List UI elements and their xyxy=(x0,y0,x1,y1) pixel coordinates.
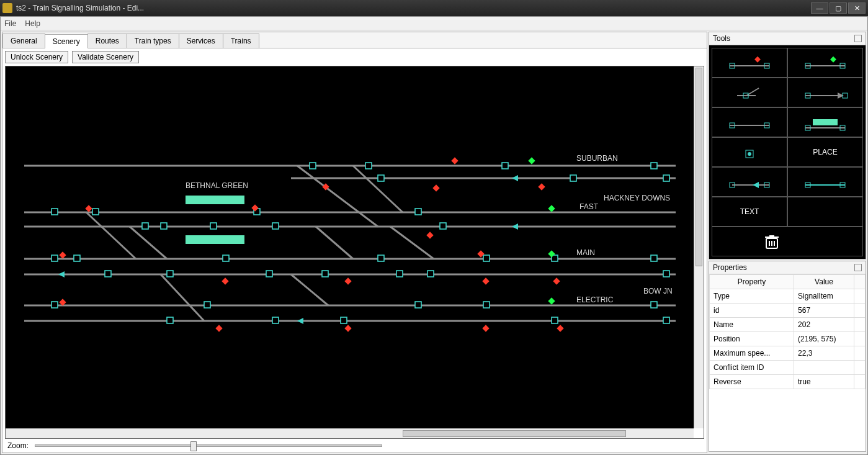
svg-point-107 xyxy=(748,152,751,156)
tab-routes[interactable]: Routes xyxy=(87,34,127,48)
svg-rect-36 xyxy=(105,271,111,277)
tool-line[interactable] xyxy=(712,107,787,137)
svg-rect-42 xyxy=(396,271,403,277)
tool-point[interactable] xyxy=(712,78,787,107)
svg-rect-31 xyxy=(570,175,576,181)
tool-node[interactable] xyxy=(712,137,787,167)
svg-rect-43 xyxy=(427,271,434,277)
svg-line-9 xyxy=(130,227,167,259)
svg-line-15 xyxy=(291,274,328,305)
label-main: MAIN xyxy=(576,248,595,257)
properties-table[interactable]: Property Value TypeSignalItem id567 Name… xyxy=(709,274,866,389)
svg-rect-41 xyxy=(378,255,384,261)
vertical-scrollbar[interactable] xyxy=(694,66,704,428)
svg-rect-71 xyxy=(482,277,489,284)
properties-col-value: Value xyxy=(794,275,854,289)
tools-popout-icon[interactable] xyxy=(854,35,862,42)
svg-rect-52 xyxy=(341,317,347,323)
svg-rect-49 xyxy=(167,317,173,323)
menu-help[interactable]: Help xyxy=(25,19,40,28)
minimize-button[interactable]: — xyxy=(811,2,828,14)
svg-rect-40 xyxy=(322,271,328,277)
svg-rect-53 xyxy=(415,302,421,308)
svg-rect-67 xyxy=(221,277,228,284)
svg-rect-75 xyxy=(215,325,222,331)
tab-general[interactable]: General xyxy=(2,34,45,48)
maximize-button[interactable]: ▢ xyxy=(830,2,847,14)
svg-rect-78 xyxy=(548,297,555,304)
svg-marker-80 xyxy=(58,271,65,277)
scenery-canvas[interactable]: SUBURBAN BETHNAL GREEN HACKNEY DOWNS FAS… xyxy=(6,66,694,428)
tool-end-arrow[interactable] xyxy=(787,78,863,107)
svg-rect-48 xyxy=(51,302,58,308)
properties-popout-icon[interactable] xyxy=(854,264,862,271)
menu-file[interactable]: File xyxy=(4,19,16,28)
close-button[interactable]: ✕ xyxy=(848,2,866,14)
tool-signal-right-green[interactable] xyxy=(787,48,863,78)
tab-bar: General Scenery Routes Train types Servi… xyxy=(2,32,707,48)
svg-rect-63 xyxy=(528,157,535,164)
svg-line-14 xyxy=(390,227,434,259)
svg-rect-51 xyxy=(272,317,279,323)
svg-rect-32 xyxy=(651,163,657,169)
tool-signal-right-red[interactable] xyxy=(712,48,787,78)
label-electric: ELECTRIC xyxy=(576,295,614,304)
svg-rect-64 xyxy=(538,183,545,190)
tool-empty xyxy=(787,197,863,227)
table-row: Reversetrue xyxy=(710,375,866,389)
svg-rect-50 xyxy=(204,302,210,308)
svg-rect-17 xyxy=(186,235,244,244)
tab-train-types[interactable]: Train types xyxy=(127,34,179,48)
svg-rect-91 xyxy=(830,56,836,63)
tool-blank-line[interactable] xyxy=(787,167,863,197)
svg-line-13 xyxy=(316,227,353,259)
tool-place[interactable]: PLACE xyxy=(787,137,863,167)
table-row: Maximum spee...22,3 xyxy=(710,346,866,361)
svg-rect-33 xyxy=(663,175,669,181)
svg-line-12 xyxy=(353,166,403,212)
titlebar: ts2 - Train Signalling Simulation - Edi.… xyxy=(0,0,868,16)
svg-marker-81 xyxy=(297,318,303,324)
svg-rect-65 xyxy=(548,205,555,212)
tool-platform[interactable] xyxy=(787,107,863,137)
svg-rect-62 xyxy=(451,157,458,164)
svg-rect-20 xyxy=(142,223,148,229)
tool-delete[interactable] xyxy=(712,227,863,256)
svg-rect-16 xyxy=(186,196,244,204)
svg-rect-77 xyxy=(482,325,489,331)
svg-rect-87 xyxy=(754,56,761,63)
svg-rect-56 xyxy=(651,302,657,308)
svg-rect-34 xyxy=(51,255,58,261)
tool-left-arrow[interactable] xyxy=(712,167,787,197)
label-bethnal: BETHNAL GREEN xyxy=(186,181,248,190)
svg-marker-111 xyxy=(753,182,759,188)
tab-services[interactable]: Services xyxy=(179,34,223,48)
svg-rect-76 xyxy=(344,325,351,331)
svg-rect-25 xyxy=(310,163,316,169)
tool-text[interactable]: TEXT xyxy=(712,197,787,227)
menubar: File Help xyxy=(1,17,867,30)
svg-rect-61 xyxy=(432,184,439,191)
label-fast: FAST xyxy=(579,202,599,211)
svg-rect-58 xyxy=(85,205,92,212)
svg-rect-55 xyxy=(552,317,558,323)
svg-rect-57 xyxy=(663,317,669,323)
svg-rect-79 xyxy=(557,325,563,331)
svg-rect-21 xyxy=(161,223,167,229)
horizontal-scrollbar[interactable] xyxy=(6,428,694,438)
zoom-label: Zoom: xyxy=(7,441,29,450)
svg-rect-39 xyxy=(266,271,272,277)
table-row: Conflict item ID xyxy=(710,361,866,375)
svg-rect-30 xyxy=(502,163,508,169)
zoom-slider[interactable] xyxy=(35,444,382,447)
app-icon xyxy=(2,3,12,13)
tools-panel-title: Tools xyxy=(713,34,730,43)
validate-scenery-button[interactable]: Validate Scenery xyxy=(72,51,139,63)
tab-scenery[interactable]: Scenery xyxy=(45,34,88,48)
svg-rect-27 xyxy=(378,175,384,181)
label-hackney: HACKNEY DOWNS xyxy=(604,194,670,202)
svg-rect-35 xyxy=(74,255,80,261)
svg-rect-18 xyxy=(51,209,58,215)
tab-trains[interactable]: Trains xyxy=(223,34,259,48)
unlock-scenery-button[interactable]: Unlock Scenery xyxy=(5,51,68,63)
